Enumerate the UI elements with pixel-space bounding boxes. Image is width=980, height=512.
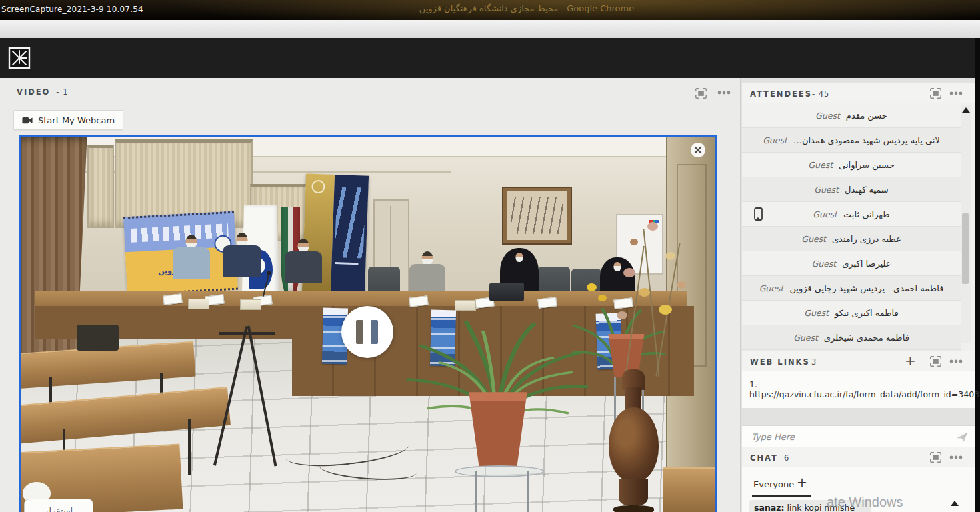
chat-tab-underline	[752, 495, 811, 497]
adobe-connect-logo[interactable]	[8, 47, 31, 69]
browser-tab-title: محیط مجازی دانشگاه فرهنگیان قزوین - Goog…	[373, 3, 680, 13]
laptop	[489, 283, 524, 301]
dried-flowers	[590, 212, 701, 377]
attendee-row[interactable]: فاطمه محمدی شیخلریGuest	[742, 325, 961, 350]
video-pod-count: - 1	[56, 87, 68, 97]
attendee-row[interactable]: فاطمه اکبری نیکوGuest	[742, 301, 961, 325]
attendee-row[interactable]: طهرانی ثابتGuest	[742, 202, 961, 227]
pause-bar	[356, 320, 363, 344]
attendees-scroll-up[interactable]	[962, 107, 970, 113]
weblinks-count: 3	[811, 357, 817, 367]
meeting-room-scene: استان قزوین	[21, 137, 715, 512]
video-frame: استان قزوین	[19, 135, 717, 512]
video-pod-menu-icon[interactable]	[717, 91, 731, 95]
address-bar[interactable]: vc.cfu.ac.ir/qazvin/?session=breezbreezi…	[0, 20, 980, 39]
window-right-edge	[975, 38, 980, 512]
video-close-button[interactable]	[691, 143, 705, 157]
add-link-icon[interactable]: +	[905, 353, 916, 369]
web-link-item[interactable]: 1. https://qazvin.cfu.ac.ir/fa/form_data…	[742, 379, 979, 399]
bronze-vase	[605, 369, 662, 512]
attendees-scrollbar-thumb[interactable]	[962, 213, 969, 284]
pause-button[interactable]	[341, 306, 393, 358]
webcam-button-label: Start My Webcam	[38, 115, 115, 125]
attendee-row[interactable]: حسن مقدمGuest	[742, 103, 961, 128]
attendees-header: ATTENDEES - 45	[742, 83, 975, 104]
chat-scroll-up[interactable]	[951, 501, 959, 506]
window-blinds-left-sliver	[87, 145, 114, 228]
weblinks-title: WEB LINKS	[750, 357, 810, 367]
attendees-count: - 45	[812, 89, 829, 99]
chat-title: CHAT	[750, 453, 778, 463]
attendee-row[interactable]: فاطمه احمدی - پردیس شهید رجایی قزوینGues…	[742, 276, 961, 301]
tissue-box	[455, 300, 476, 311]
attendees-fullscreen-icon[interactable]	[929, 87, 942, 99]
pause-bar	[371, 320, 378, 344]
webcam-button-icon	[22, 117, 33, 124]
attendee-row[interactable]: علیرضا اکبریGuest	[742, 251, 961, 276]
attendee-row[interactable]: حسین سراوانیGuest	[742, 153, 961, 177]
send-icon[interactable]	[956, 432, 968, 443]
tissue-box	[188, 299, 209, 309]
attendee-row[interactable]: سمیه کهندلGuest	[742, 177, 961, 202]
weblinks-fullscreen-icon[interactable]	[929, 355, 942, 367]
bag-on-desk	[77, 325, 118, 351]
chat-input-bar	[742, 425, 975, 449]
video-pod-fullscreen-icon[interactable]	[695, 87, 707, 99]
video-tooltip: استقرار	[24, 499, 93, 512]
corner-desk	[663, 467, 715, 512]
browser-window: ScreenCapture_2021-3-9 10.07.54 محیط مجا…	[0, 0, 980, 512]
activate-windows-watermark: ate Windows	[827, 495, 903, 510]
capture-title: ScreenCapture_2021-3-9 10.07.54	[1, 5, 143, 14]
attendee-row[interactable]: عطیه درزی رامندیGuest	[742, 227, 961, 251]
chat-message-author: sanaz:	[754, 503, 784, 512]
chat-menu-icon[interactable]	[949, 455, 963, 459]
chat-tab-everyone[interactable]: Everyone	[753, 479, 794, 489]
attendees-menu-icon[interactable]	[949, 91, 963, 95]
window-titlebar: ScreenCapture_2021-3-9 10.07.54 محیط مجا…	[0, 0, 980, 20]
yellow-flowers	[587, 283, 597, 291]
name-card	[537, 297, 557, 308]
tissue-box	[240, 299, 261, 310]
glass-stand-top	[455, 465, 544, 477]
chat-header: CHAT 6	[742, 447, 975, 468]
panel-speaker-3	[285, 239, 322, 297]
mobile-device-icon	[754, 207, 763, 221]
video-pod-title: VIDEO	[17, 87, 50, 97]
connect-toolbar: محیط مجازی دانشگاه فرهنگیان قزوین شهره ز…	[0, 38, 980, 78]
weblinks-menu-icon[interactable]	[949, 359, 963, 363]
tripod-stand-bar	[219, 332, 274, 335]
attendees-list: حسن مقدمGuest لانی پایه پردیس شهید مقصود…	[742, 103, 975, 351]
weblinks-header: WEB LINKS 3 +	[742, 351, 975, 372]
panel-speaker-2	[223, 233, 261, 295]
video-pod-header: VIDEO - 1	[17, 87, 68, 97]
chat-fullscreen-icon[interactable]	[929, 451, 942, 463]
start-webcam-button[interactable]: Start My Webcam	[13, 110, 123, 130]
attendees-title: ATTENDEES	[750, 89, 812, 99]
chat-input[interactable]	[750, 431, 939, 443]
panel-speaker-1	[173, 235, 210, 295]
chat-count: 6	[784, 453, 789, 463]
calligraphy-frame	[503, 188, 571, 243]
attendee-row[interactable]: لانی پایه پردیس شهید مقصودی همدان…Guest	[742, 128, 961, 153]
add-chat-tab-icon[interactable]: +	[797, 475, 807, 489]
weblinks-list: 1. https://qazvin.cfu.ac.ir/fa/form_data…	[742, 371, 975, 409]
